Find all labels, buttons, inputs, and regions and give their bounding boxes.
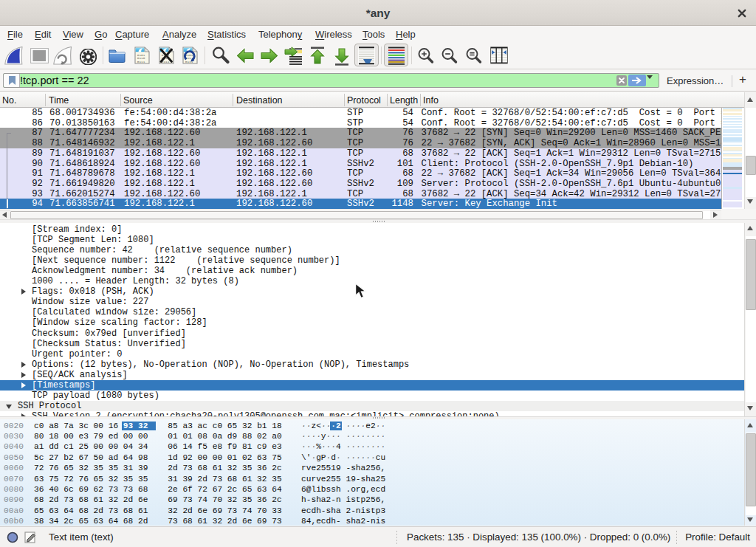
svg-text:0111: 0111 xyxy=(137,60,145,63)
